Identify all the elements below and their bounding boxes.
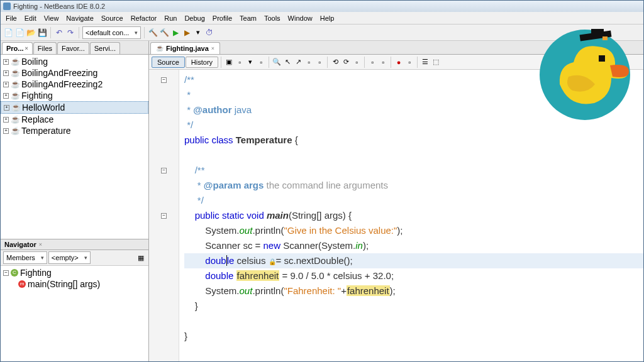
editor-tab-fighting[interactable]: Fighting.java × <box>150 42 220 54</box>
members-dropdown[interactable]: Members <box>3 251 47 264</box>
code-line[interactable]: System.out.println("Fahrenheit: "+fahren… <box>184 283 643 299</box>
editor-btn[interactable]: ▣ <box>224 57 234 67</box>
menu-profile[interactable]: Profile <box>209 13 236 23</box>
menu-tools[interactable]: Tools <box>260 13 284 23</box>
editor-btn[interactable]: ▫ <box>314 57 325 67</box>
panel-tab-favor[interactable]: Favor... <box>57 42 89 54</box>
separator <box>269 57 269 68</box>
fold-icon[interactable]: − <box>161 213 167 219</box>
menu-file[interactable]: File <box>2 13 21 23</box>
run-button[interactable] <box>170 28 180 38</box>
project-label: HelloWorld <box>22 102 65 112</box>
expand-icon[interactable]: + <box>3 117 9 123</box>
clean-build-button[interactable] <box>159 28 169 38</box>
expand-icon[interactable]: + <box>3 128 9 134</box>
editor-btn[interactable]: ▫ <box>352 57 362 67</box>
menu-run[interactable]: Run <box>160 13 180 23</box>
editor-btn[interactable]: ↗ <box>293 57 303 67</box>
editor-btn[interactable]: ☰ <box>420 57 430 67</box>
menu-navigate[interactable]: Navigate <box>62 13 97 23</box>
nav-config-button[interactable]: ▦ <box>136 253 146 263</box>
menu-refactor[interactable]: Refactor <box>127 13 161 23</box>
editor-btn[interactable]: ↖ <box>282 57 292 67</box>
nav-method-node[interactable]: m main(String[] args) <box>1 278 148 290</box>
code-line[interactable]: public static void main(String[] args) { <box>184 208 643 223</box>
code-line[interactable]: } <box>184 329 643 344</box>
open-button[interactable] <box>26 28 36 38</box>
editor-btn[interactable]: ⟳ <box>341 57 351 67</box>
editor-btn[interactable]: ● <box>394 57 404 67</box>
project-boilingandfreezing[interactable]: +BoilingAndFreezing <box>1 67 148 79</box>
editor-btn[interactable]: ▫ <box>235 57 245 67</box>
menu-window[interactable]: Window <box>284 13 316 23</box>
expand-icon[interactable]: + <box>3 93 9 99</box>
editor-btn[interactable]: ▫ <box>304 57 314 67</box>
gutter[interactable]: −−− <box>149 70 179 361</box>
editor-btn[interactable]: 🔍 <box>272 57 282 67</box>
code-line[interactable]: double fahrenheit = 9.0 / 5.0 * celsius … <box>184 268 643 283</box>
undo-button[interactable] <box>54 28 64 38</box>
navigator-tree[interactable]: − C Fighting m main(String[] args) <box>1 266 148 361</box>
filter-dropdown[interactable]: <empty> <box>48 251 91 264</box>
code-line[interactable]: /** <box>184 163 643 178</box>
debug-button[interactable] <box>182 28 192 38</box>
panel-tab-files[interactable]: Files <box>33 42 57 54</box>
editor-btn[interactable]: ▾ <box>245 57 255 67</box>
code-line[interactable]: Scanner sc = new Scanner(System.in); <box>184 238 643 253</box>
close-icon[interactable]: × <box>39 241 42 248</box>
editor-btn[interactable]: ▫ <box>378 57 388 67</box>
editor-btn[interactable]: ▫ <box>367 57 377 67</box>
expand-icon[interactable]: + <box>3 82 9 87</box>
menu-view[interactable]: View <box>40 13 63 23</box>
projects-tree[interactable]: +Boiling+BoilingAndFreezing+BoilingAndFr… <box>1 55 148 239</box>
menu-help[interactable]: Help <box>316 13 338 23</box>
expand-icon[interactable]: + <box>3 70 9 76</box>
code-line[interactable] <box>184 148 643 163</box>
editor-btn[interactable]: ⬚ <box>431 57 441 67</box>
source-view-button[interactable]: Source <box>152 57 185 68</box>
new-file-button[interactable] <box>3 28 13 38</box>
debug-dropdown[interactable]: ▾ <box>193 28 203 38</box>
project-boiling[interactable]: +Boiling <box>1 56 148 67</box>
panel-tab-pro[interactable]: Pro... × <box>2 42 33 54</box>
code-line[interactable]: * @param args the command line arguments <box>184 178 643 193</box>
code-line[interactable]: public class Temperature { <box>184 133 643 148</box>
redo-button[interactable] <box>65 28 75 38</box>
menu-team[interactable]: Team <box>236 13 260 23</box>
code-line[interactable]: double celsius = sc.nextDouble(); <box>184 253 643 268</box>
collapse-icon[interactable]: − <box>3 270 9 276</box>
project-replace[interactable]: +Replace <box>1 114 148 125</box>
netbeans-icon <box>3 3 11 10</box>
code-line[interactable]: System.out.println("Give in the Celsius … <box>184 223 643 238</box>
project-temperature[interactable]: +Temperature <box>1 125 148 136</box>
code-line[interactable]: } <box>184 299 643 314</box>
code-line[interactable]: */ <box>184 193 643 208</box>
project-icon <box>11 126 19 135</box>
project-icon <box>11 103 20 112</box>
new-project-button[interactable] <box>14 28 25 38</box>
profile-button[interactable] <box>204 28 214 38</box>
editor-btn[interactable]: ▫ <box>256 57 266 67</box>
project-fighting[interactable]: +Fighting <box>1 90 148 101</box>
menu-debug[interactable]: Debug <box>180 13 208 23</box>
close-icon[interactable]: × <box>211 45 214 52</box>
editor-btn[interactable]: ▫ <box>404 57 414 67</box>
panel-tab-servi[interactable]: Servi... <box>90 42 120 54</box>
history-view-button[interactable]: History <box>186 57 218 68</box>
project-helloworld[interactable]: +HelloWorld <box>1 101 148 114</box>
project-icon <box>11 57 19 66</box>
fold-icon[interactable]: − <box>161 77 167 83</box>
save-all-button[interactable] <box>37 28 47 38</box>
build-button[interactable] <box>148 28 158 38</box>
nav-class-node[interactable]: − C Fighting <box>1 267 148 278</box>
fold-icon[interactable]: − <box>161 168 167 173</box>
editor-btn[interactable]: ⟲ <box>330 57 340 67</box>
expand-icon[interactable]: + <box>3 59 9 65</box>
expand-icon[interactable]: + <box>4 105 9 111</box>
project-boilingandfreezing2[interactable]: +BoilingAndFreezing2 <box>1 79 148 90</box>
menu-edit[interactable]: Edit <box>21 13 40 23</box>
code-line[interactable] <box>184 314 643 329</box>
close-icon[interactable]: × <box>25 45 28 52</box>
config-dropdown[interactable]: <default con... <box>82 26 141 39</box>
menu-source[interactable]: Source <box>97 13 127 23</box>
